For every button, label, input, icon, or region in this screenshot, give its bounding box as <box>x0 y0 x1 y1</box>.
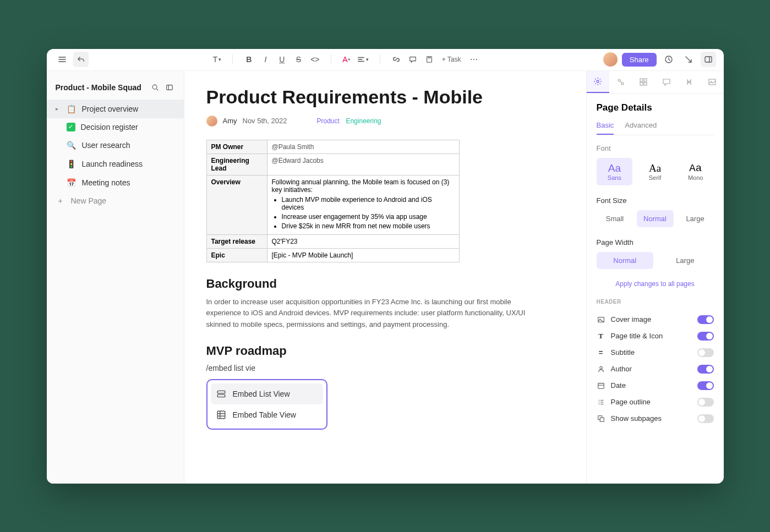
page-meta: Amy Nov 5th, 2022 Product Engineering <box>206 116 564 127</box>
toggle-switch[interactable] <box>697 398 714 407</box>
toggle-label: Page outline <box>611 398 651 406</box>
table-icon <box>216 410 226 420</box>
blocks-tab[interactable] <box>632 71 656 93</box>
toggle-label: Page title & Icon <box>611 332 663 340</box>
background-body[interactable]: In order to increase user acquisition op… <box>206 297 526 331</box>
svg-rect-5 <box>166 85 172 90</box>
sidebar-collapse-icon[interactable] <box>164 82 175 93</box>
fontsize-label: Font Size <box>597 196 714 205</box>
svg-rect-8 <box>217 394 225 397</box>
toggle-label: Date <box>611 381 626 390</box>
segment-option[interactable]: Large <box>657 252 714 269</box>
segment-option[interactable]: Large <box>677 210 714 227</box>
add-task-button[interactable]: + Task <box>439 54 465 64</box>
align-button[interactable]: ▾ <box>355 52 371 67</box>
segment-option[interactable]: Normal <box>597 252 654 269</box>
toggle-row: Cover image <box>597 311 714 328</box>
sidebar-item[interactable]: 🚦Launch readiness <box>47 155 184 173</box>
right-panel: Page Details Basic Advanced Font AaSansA… <box>586 71 724 484</box>
main-content: Product Requirements - Mobile Amy Nov 5t… <box>184 71 586 484</box>
font-label: Font <box>597 144 714 152</box>
toggle-row: Show subpages <box>597 410 714 427</box>
segment-option[interactable]: Normal <box>637 210 674 227</box>
slash-menu-item[interactable]: Embed List View <box>211 383 323 404</box>
font-option[interactable]: AaSans <box>597 158 633 185</box>
svg-point-24 <box>599 366 602 369</box>
font-option[interactable]: AaSerif <box>637 158 673 185</box>
sidebar-item[interactable]: ✓Decision register <box>47 118 184 136</box>
svg-rect-0 <box>427 57 432 63</box>
attachment-button[interactable] <box>422 52 436 67</box>
overview-item: Increase user engagement by 35% via app … <box>282 213 455 221</box>
page-tag[interactable]: Engineering <box>343 117 383 125</box>
slash-menu-item[interactable]: Embed Table View <box>211 404 323 425</box>
sidebar-item-label: User research <box>82 141 130 150</box>
underline-button[interactable]: U <box>275 52 289 67</box>
relations-tab[interactable] <box>609 71 632 93</box>
svg-point-14 <box>618 79 620 81</box>
toggle-switch[interactable] <box>697 365 714 374</box>
T-icon: T <box>597 332 605 341</box>
toggle-switch[interactable] <box>697 348 714 357</box>
toggle-row: TPage title & Icon <box>597 328 714 344</box>
=-icon: = <box>597 348 605 357</box>
text-color-button[interactable]: A ▾ <box>340 52 352 67</box>
toggle-label: Subtitle <box>611 348 635 357</box>
page-title[interactable]: Product Requirements - Mobile <box>206 86 564 108</box>
author-avatar <box>206 116 217 127</box>
text-style-dropdown[interactable]: T ▾ <box>211 52 224 67</box>
sidebar-item[interactable]: ▸📋Project overview <box>47 100 184 118</box>
toggle-switch[interactable] <box>697 315 714 324</box>
check-icon: ✓ <box>67 123 75 131</box>
code-button[interactable]: <> <box>308 52 322 67</box>
undo-icon[interactable] <box>73 52 89 67</box>
sidebar-item[interactable]: 🔍User research <box>47 136 184 155</box>
image-icon <box>597 316 605 323</box>
page-icon: 📅 <box>67 178 77 188</box>
menu-icon[interactable] <box>54 52 70 67</box>
page-tag[interactable]: Product <box>314 117 341 125</box>
svg-rect-18 <box>640 83 643 85</box>
history-icon[interactable] <box>661 52 676 67</box>
sidebar: Product - Mobile Squad ▸📋Project overvie… <box>47 71 184 484</box>
sidebar-item[interactable]: 📅Meeting notes <box>47 173 184 192</box>
workspace-title: Product - Mobile Squad <box>56 83 141 92</box>
comment-button[interactable] <box>406 52 420 67</box>
subtab-advanced[interactable]: Advanced <box>625 121 657 135</box>
subpages-icon <box>597 415 605 423</box>
strikethrough-button[interactable]: S <box>291 52 305 67</box>
activity-tab[interactable] <box>678 71 701 93</box>
new-page-button[interactable]: +New Page <box>47 192 184 210</box>
svg-rect-17 <box>644 79 647 81</box>
toggle-switch[interactable] <box>697 381 714 390</box>
toggle-row: Date <box>597 377 714 394</box>
segment-option[interactable]: Small <box>597 210 634 227</box>
overview-item: Launch MVP mobile experience to Android … <box>282 196 455 211</box>
search-icon[interactable] <box>150 82 161 93</box>
slash-command-input[interactable]: /embed list vie <box>206 364 564 372</box>
subtab-basic[interactable]: Basic <box>597 121 614 135</box>
svg-point-4 <box>152 85 157 89</box>
toggle-switch[interactable] <box>697 414 714 423</box>
toggle-label: Author <box>611 365 632 373</box>
sidebar-item-label: Meeting notes <box>82 178 130 187</box>
toggle-switch[interactable] <box>697 332 714 341</box>
download-icon[interactable] <box>681 52 696 67</box>
italic-button[interactable]: I <box>258 52 272 67</box>
more-icon[interactable]: ⋯ <box>467 52 481 67</box>
font-option[interactable]: AaMono <box>678 158 714 185</box>
svg-rect-19 <box>644 83 647 85</box>
link-button[interactable] <box>389 52 403 67</box>
bold-button[interactable]: B <box>242 52 256 67</box>
header-section-label: HEADER <box>597 299 714 305</box>
avatar[interactable] <box>603 52 618 67</box>
apply-all-link[interactable]: Apply changes to all pages <box>597 280 714 288</box>
share-button[interactable]: Share <box>622 53 657 67</box>
app-window: T ▾ B I U S <> A ▾ ▾ + Task ⋯ <box>47 49 724 484</box>
page-date: Nov 5th, 2022 <box>243 117 287 125</box>
panel-toggle-icon[interactable] <box>701 52 716 67</box>
page-icon: 🚦 <box>67 159 77 169</box>
image-tab[interactable] <box>701 71 724 93</box>
settings-tab[interactable] <box>587 71 610 93</box>
comments-tab[interactable] <box>655 71 678 93</box>
